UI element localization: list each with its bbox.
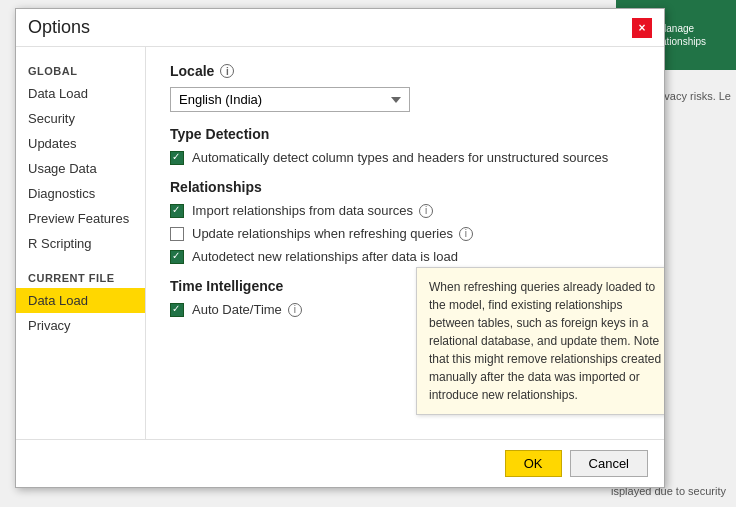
import-info-icon[interactable]: i	[419, 204, 433, 218]
locale-info-icon[interactable]: i	[220, 64, 234, 78]
sidebar: GLOBAL Data Load Security Updates Usage …	[16, 47, 146, 439]
time-intelligence-title: Time Intelligence	[170, 278, 283, 294]
sidebar-item-updates[interactable]: Updates	[16, 131, 145, 156]
autodetect-relationships-checkbox[interactable]	[170, 250, 184, 264]
auto-date-checkbox[interactable]	[170, 303, 184, 317]
autodetect-relationships-label: Autodetect new relationships after data …	[192, 249, 458, 264]
update-info-icon[interactable]: i	[459, 227, 473, 241]
tooltip-text: When refreshing queries already loaded t…	[429, 280, 661, 402]
locale-title: Locale	[170, 63, 214, 79]
tooltip-popup: When refreshing queries already loaded t…	[416, 267, 664, 415]
autodetect-relationships-item: Autodetect new relationships after data …	[170, 249, 640, 264]
dialog-title: Options	[28, 17, 90, 38]
relationships-section-wrap: Relationships Import relationships from …	[170, 179, 640, 264]
locale-select[interactable]: English (India)English (United States)En…	[170, 87, 410, 112]
type-detection-section: Type Detection	[170, 126, 640, 142]
auto-detect-item: Automatically detect column types and he…	[170, 150, 640, 165]
dialog-footer: OK Cancel	[16, 439, 664, 487]
dialog-titlebar: Options ×	[16, 9, 664, 47]
sidebar-item-r-scripting[interactable]: R Scripting	[16, 231, 145, 256]
type-detection-title: Type Detection	[170, 126, 269, 142]
ok-button[interactable]: OK	[505, 450, 562, 477]
sidebar-item-data-load[interactable]: Data Load	[16, 81, 145, 106]
cancel-button[interactable]: Cancel	[570, 450, 648, 477]
relationships-section: Relationships	[170, 179, 640, 195]
import-relationships-item: Import relationships from data sources i	[170, 203, 640, 218]
sidebar-item-usage-data[interactable]: Usage Data	[16, 156, 145, 181]
auto-date-info-icon[interactable]: i	[288, 303, 302, 317]
auto-detect-label: Automatically detect column types and he…	[192, 150, 608, 165]
dialog-body: GLOBAL Data Load Security Updates Usage …	[16, 47, 664, 439]
update-relationships-label: Update relationships when refreshing que…	[192, 226, 473, 241]
options-dialog: Options × GLOBAL Data Load Security Upda…	[15, 8, 665, 488]
import-relationships-label: Import relationships from data sources i	[192, 203, 433, 218]
type-detection-divider: Type Detection Automatically detect colu…	[170, 126, 640, 165]
main-content: Locale i English (India)English (United …	[146, 47, 664, 439]
sidebar-item-security[interactable]: Security	[16, 106, 145, 131]
locale-section: Locale i	[170, 63, 640, 79]
sidebar-item-preview-features[interactable]: Preview Features	[16, 206, 145, 231]
update-relationships-item: Update relationships when refreshing que…	[170, 226, 640, 241]
global-section-label: GLOBAL	[16, 59, 145, 81]
update-relationships-checkbox[interactable]	[170, 227, 184, 241]
import-relationships-checkbox[interactable]	[170, 204, 184, 218]
close-button[interactable]: ×	[632, 18, 652, 38]
sidebar-item-privacy[interactable]: Privacy	[16, 313, 145, 338]
auto-detect-checkbox[interactable]	[170, 151, 184, 165]
auto-date-label: Auto Date/Time i	[192, 302, 302, 317]
sidebar-item-data-load-current[interactable]: Data Load	[16, 288, 145, 313]
sidebar-item-diagnostics[interactable]: Diagnostics	[16, 181, 145, 206]
relationships-title: Relationships	[170, 179, 262, 195]
current-file-section-label: CURRENT FILE	[16, 266, 145, 288]
